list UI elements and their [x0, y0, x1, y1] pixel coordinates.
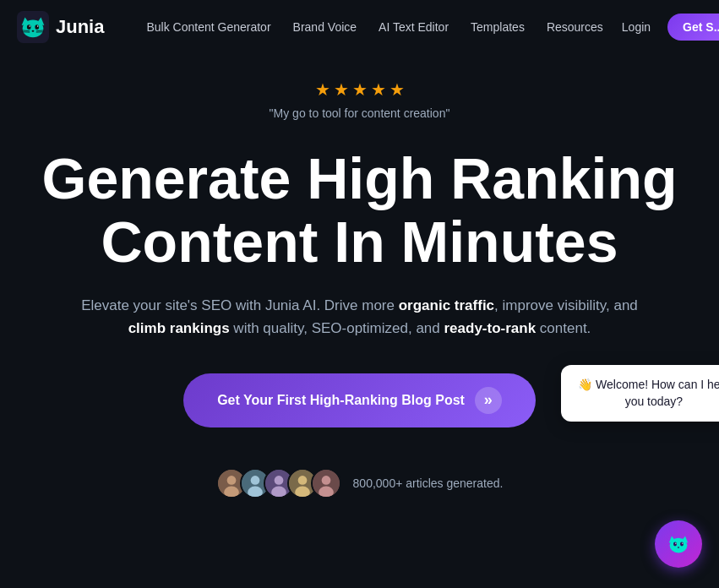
svg-point-26: [321, 476, 330, 485]
cta-row: Get Your First High-Ranking Blog Post » …: [183, 373, 536, 427]
nav-resources[interactable]: Resources: [538, 15, 612, 39]
social-proof-text: 800,000+ articles generated.: [353, 476, 504, 490]
star-5: ★: [389, 79, 405, 100]
testimonial-text: "My go to tool for content creation": [270, 106, 450, 120]
star-1: ★: [315, 79, 330, 100]
nav-brand-voice[interactable]: Brand Voice: [285, 15, 366, 39]
login-button[interactable]: Login: [612, 15, 661, 39]
logo-text: Junia: [56, 16, 104, 38]
svg-point-24: [295, 487, 310, 498]
svg-point-17: [250, 476, 259, 485]
avatar-5: [311, 468, 341, 498]
svg-point-32: [673, 542, 677, 547]
svg-point-23: [297, 476, 307, 485]
svg-point-27: [319, 487, 334, 498]
cta-arrow-icon: »: [475, 387, 502, 414]
chat-bubble: 👋 Welcome! How can I help you today?: [561, 365, 719, 422]
svg-point-34: [675, 543, 676, 544]
svg-point-7: [37, 25, 39, 27]
svg-point-33: [680, 542, 684, 547]
svg-point-6: [29, 25, 30, 27]
svg-point-35: [682, 543, 683, 544]
navbar: Junia Bulk Content Generator Brand Voice…: [0, 0, 719, 54]
logo-icon: [17, 11, 49, 43]
nav-ai-text-editor[interactable]: AI Text Editor: [370, 15, 457, 39]
svg-point-36: [678, 547, 679, 548]
chat-bot-icon: [665, 531, 692, 558]
svg-point-4: [27, 24, 31, 30]
star-2: ★: [334, 79, 349, 100]
svg-point-14: [226, 476, 236, 485]
avatar-group: [216, 468, 341, 498]
svg-point-21: [271, 487, 286, 498]
nav-links: Bulk Content Generator Brand Voice AI Te…: [138, 15, 611, 39]
nav-bulk-content[interactable]: Bulk Content Generator: [138, 15, 279, 39]
svg-point-18: [248, 487, 263, 498]
svg-point-3: [23, 19, 44, 37]
hero-headline: Generate High Ranking Content In Minutes: [42, 147, 678, 274]
logo[interactable]: Junia: [17, 11, 104, 43]
social-proof: 800,000+ articles generated.: [216, 468, 504, 498]
star-4: ★: [371, 79, 386, 100]
svg-point-15: [224, 487, 239, 498]
chat-bot-button[interactable]: [655, 520, 702, 568]
hero-subheadline: Elevate your site's SEO with Junia AI. D…: [73, 294, 647, 340]
cta-button[interactable]: Get Your First High-Ranking Blog Post »: [183, 373, 536, 427]
nav-templates[interactable]: Templates: [462, 15, 533, 39]
svg-point-31: [670, 538, 688, 553]
svg-point-5: [35, 24, 39, 30]
star-rating: ★ ★ ★ ★ ★: [315, 79, 405, 100]
get-started-button[interactable]: Get S...: [667, 14, 719, 41]
svg-point-20: [274, 476, 283, 485]
hero-section: ★ ★ ★ ★ ★ "My go to tool for content cre…: [0, 54, 719, 498]
svg-point-8: [32, 30, 35, 32]
star-3: ★: [352, 79, 368, 100]
nav-actions: Login Get S...: [612, 14, 719, 41]
